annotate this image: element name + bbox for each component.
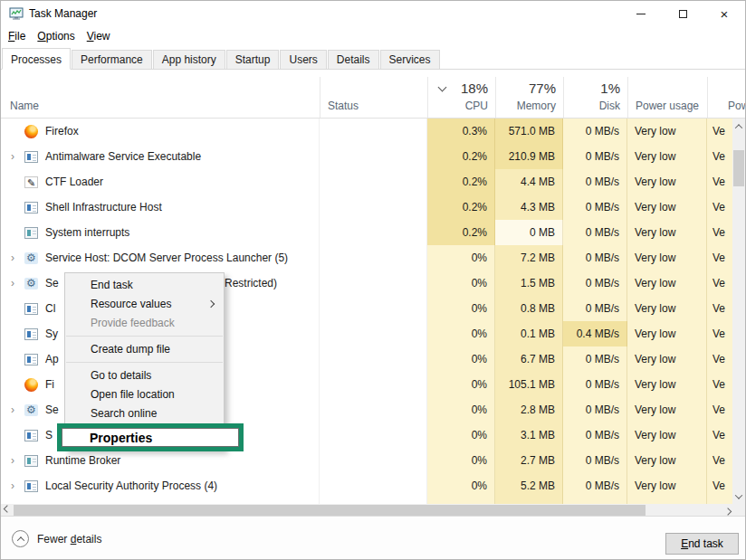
disk-cell: 0 MB/s [563, 397, 627, 422]
tab-users[interactable]: Users [280, 50, 326, 69]
cpu-cell: 0.2% [427, 195, 495, 220]
tab-services[interactable]: Services [380, 50, 440, 69]
context-menu-item-resource-values[interactable]: Resource values [65, 295, 224, 314]
disk-cell: 0 MB/s [563, 372, 627, 397]
power-trend-cell: Ve [707, 245, 734, 271]
expand-chevron-icon[interactable]: › [1, 252, 24, 264]
context-menu-item-properties[interactable]: Properties [62, 428, 239, 447]
table-row[interactable]: › Local Security Authority Process (4) 0… [1, 473, 734, 498]
app-icon [24, 480, 38, 492]
vertical-scrollbar-thumb[interactable] [733, 150, 744, 186]
horizontal-scrollbar-thumb[interactable] [14, 505, 646, 516]
disk-cell: 0 MB/s [563, 144, 627, 169]
menubar: FileOptionsView [1, 26, 745, 46]
disk-cell: 0 MB/s [563, 346, 627, 372]
tab-performance[interactable]: Performance [72, 50, 152, 69]
fewer-details-button[interactable]: Fewer details [12, 530, 101, 547]
expand-chevron-icon[interactable]: › [1, 454, 24, 467]
power-usage-cell: Very low [627, 321, 707, 346]
tab-app-history[interactable]: App history [153, 50, 225, 69]
memory-cell: 1.5 MB [495, 271, 563, 296]
firefox-icon [24, 125, 38, 138]
minimize-button[interactable] [620, 1, 662, 26]
context-menu-item-provide-feedback: Provide feedback [65, 314, 224, 333]
memory-cell: 105.1 MB [495, 372, 563, 397]
app2-icon [24, 227, 38, 239]
process-name: Cl [45, 302, 55, 315]
disk-cell: 0 MB/s [563, 271, 627, 296]
column-header-status[interactable]: Status [320, 77, 427, 118]
pen-icon: ✎ [24, 176, 38, 188]
power-trend-cell: Ve [707, 321, 734, 346]
close-icon: × [721, 7, 729, 21]
memory-cell: 0 MB [495, 220, 563, 245]
table-row[interactable]: › Runtime Broker 0% 2.7 MB 0 MB/s Very l… [1, 448, 734, 473]
maximize-button[interactable] [662, 1, 703, 26]
task-manager-window: Task Manager × FileOptionsView Processes… [0, 0, 746, 560]
process-name-suffix: Restricted) [225, 277, 277, 289]
tabstrip: ProcessesPerformanceApp historyStartupUs… [1, 46, 745, 70]
expand-chevron-icon[interactable]: › [1, 150, 24, 163]
context-menu-item-search-online[interactable]: Search online [65, 404, 224, 423]
vertical-scrollbar[interactable] [732, 119, 745, 504]
chevron-down-icon [735, 491, 742, 498]
scroll-up-button[interactable] [732, 119, 745, 134]
expand-chevron-icon[interactable]: › [1, 479, 24, 492]
cpu-cell: 0% [427, 321, 495, 346]
status-cell [320, 144, 427, 169]
power-usage-cell: Very low [627, 448, 707, 473]
process-name: Runtime Broker [45, 454, 120, 467]
table-row[interactable]: › Antimalware Service Executable 0.2% 21… [1, 144, 734, 169]
tab-startup[interactable]: Startup [226, 50, 280, 69]
menubar-item-view[interactable]: View [87, 28, 120, 45]
cpu-cell: 0.3% [427, 119, 495, 144]
column-header-memory[interactable]: 77% Memory [495, 77, 563, 118]
disk-cell: 0 MB/s [563, 220, 627, 245]
app-icon [24, 303, 38, 315]
tab-details[interactable]: Details [328, 50, 379, 69]
menubar-item-file[interactable]: File [8, 28, 34, 45]
table-row[interactable]: › System interrupts 0.2% 0 MB 0 MB/s Ver… [1, 220, 734, 245]
expand-chevron-icon[interactable]: › [1, 403, 24, 416]
context-menu-item-go-to-details[interactable]: Go to details [65, 366, 224, 385]
horizontal-scrollbar[interactable] [1, 504, 734, 517]
column-header-cpu[interactable]: 18% CPU [427, 77, 495, 118]
column-header-name[interactable]: Name [1, 77, 320, 118]
disk-cell: 0 MB/s [563, 169, 627, 195]
close-button[interactable]: × [703, 1, 745, 26]
table-row[interactable]: › Firefox 0.3% 571.0 MB 0 MB/s Very low … [1, 119, 734, 144]
disk-cell: 0 MB/s [563, 422, 627, 448]
disk-cell: 0 MB/s [563, 448, 627, 473]
chevron-left-icon [4, 505, 11, 512]
status-cell [320, 473, 427, 498]
power-trend-cell: Ve [707, 372, 734, 397]
power-usage-cell: Very low [627, 296, 707, 321]
menubar-item-options[interactable]: Options [37, 28, 83, 45]
disk-cell: 0 MB/s [563, 119, 627, 144]
tab-processes[interactable]: Processes [2, 48, 71, 70]
scroll-down-button[interactable] [732, 489, 745, 504]
window-title: Task Manager [29, 7, 97, 20]
power-trend-cell: Ve [707, 296, 734, 321]
memory-cell: 4.4 MB [495, 169, 563, 195]
table-row[interactable]: › Shell Infrastructure Host 0.2% 4.3 MB … [1, 195, 734, 220]
process-name: CTF Loader [45, 176, 103, 188]
power-usage-cell: Very low [627, 346, 707, 372]
table-row[interactable]: › ⚙ Service Host: DCOM Server Process La… [1, 245, 734, 271]
column-header-power-usage[interactable]: Power usage [627, 77, 707, 118]
status-cell [320, 422, 427, 448]
table-row[interactable]: › ✎ CTF Loader 0.2% 4.4 MB 0 MB/s Very l… [1, 169, 734, 195]
app-icon [24, 430, 38, 441]
power-usage-cell: Very low [627, 422, 707, 448]
process-name: Shell Infrastructure Host [45, 201, 162, 214]
cpu-cell: 0% [427, 422, 495, 448]
column-header-power-trend[interactable]: Pow [707, 77, 746, 118]
column-header-disk[interactable]: 1% Disk [563, 77, 627, 118]
end-task-button[interactable]: End task [665, 533, 739, 555]
context-menu-item-end-task[interactable]: End task [65, 276, 224, 295]
memory-cell: 6.7 MB [495, 346, 563, 372]
context-menu-item-create-dump-file[interactable]: Create dump file [65, 340, 224, 359]
context-menu-item-open-file-location[interactable]: Open file location [65, 385, 224, 404]
expand-chevron-icon[interactable]: › [1, 277, 24, 289]
scroll-left-button[interactable] [1, 504, 14, 517]
